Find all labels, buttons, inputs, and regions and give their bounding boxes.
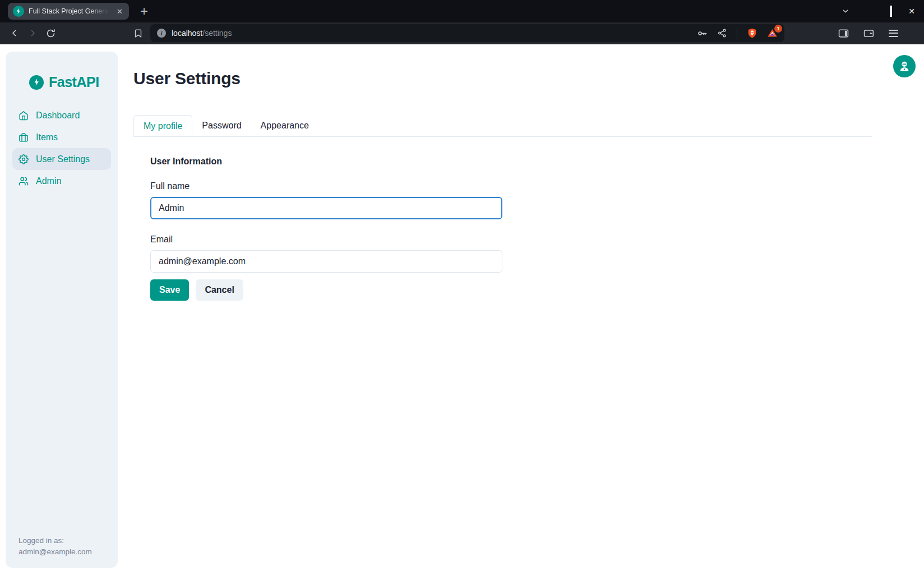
password-key-icon[interactable] [697, 28, 708, 39]
fastapi-logo: FastAPI [6, 52, 118, 90]
sidebar: FastAPI Dashboard Items User Settings [6, 52, 118, 568]
fastapi-bolt-icon [29, 75, 44, 90]
share-icon[interactable] [717, 28, 727, 38]
sidebar-item-label: Admin [36, 176, 61, 186]
tab-search-chevron-icon[interactable] [842, 7, 851, 15]
menu-icon[interactable] [889, 30, 898, 37]
brave-rewards-icon[interactable]: 1 [767, 28, 778, 38]
user-menu-button[interactable] [893, 55, 916, 77]
forward-button[interactable] [24, 28, 41, 38]
browser-tab[interactable]: Full Stack Project Genera ✕ [8, 3, 129, 20]
email-input[interactable] [150, 250, 502, 273]
email-field-group: Email [150, 234, 502, 273]
site-info-icon[interactable]: i [157, 29, 166, 38]
briefcase-icon [19, 132, 29, 142]
app-page: FastAPI Dashboard Items User Settings [0, 44, 924, 574]
url-bar[interactable]: i localhost/settings 1 [150, 24, 784, 42]
tab-title: Full Stack Project Genera [29, 7, 111, 15]
users-icon [19, 176, 29, 186]
email-label: Email [150, 234, 502, 245]
tab-appearance[interactable]: Appearance [251, 115, 318, 136]
sidebar-nav: Dashboard Items User Settings Admin [6, 104, 118, 192]
gear-icon [19, 154, 29, 164]
tab-my-profile[interactable]: My profile [133, 115, 192, 136]
full-name-label: Full name [150, 181, 502, 191]
back-button[interactable] [6, 28, 24, 38]
bookmarks-icon[interactable] [133, 29, 143, 38]
browser-tabstrip: Full Stack Project Genera ✕ + ✕ [0, 0, 924, 22]
url-host: localhost [172, 29, 202, 38]
logged-in-email: admin@example.com [19, 546, 92, 558]
cancel-button[interactable]: Cancel [196, 279, 243, 301]
sidebar-panel-icon[interactable] [838, 29, 849, 38]
wallet-icon[interactable] [863, 29, 874, 38]
logged-in-label: Logged in as: [19, 535, 92, 546]
sidebar-item-admin[interactable]: Admin [12, 170, 111, 192]
section-title: User Information [150, 156, 502, 167]
sidebar-item-user-settings[interactable]: User Settings [12, 148, 111, 170]
url-path: /settings [202, 29, 232, 38]
logo-text: FastAPI [49, 74, 99, 90]
window-controls: ✕ [842, 0, 916, 22]
page-title: User Settings [133, 69, 241, 88]
sidebar-item-dashboard[interactable]: Dashboard [12, 104, 111, 126]
settings-tabs: My profile Password Appearance [133, 115, 872, 137]
profile-panel: User Information Full name Email Save Ca… [150, 156, 502, 301]
window-close-button[interactable]: ✕ [907, 7, 916, 16]
sidebar-item-label: User Settings [36, 154, 90, 164]
reload-button[interactable] [41, 29, 59, 38]
full-name-input[interactable] [150, 197, 502, 219]
sidebar-item-label: Dashboard [36, 111, 80, 121]
toolbar-divider [737, 27, 737, 39]
logged-in-info: Logged in as: admin@example.com [19, 535, 92, 558]
brave-shield-icon[interactable] [747, 27, 757, 39]
sidebar-item-label: Items [36, 132, 58, 142]
new-tab-button[interactable]: + [140, 4, 148, 18]
tab-close-icon[interactable]: ✕ [116, 7, 124, 16]
sidebar-item-items[interactable]: Items [12, 126, 111, 148]
save-button[interactable]: Save [150, 279, 189, 301]
browser-toolbar: i localhost/settings 1 [0, 22, 924, 44]
user-astronaut-icon [898, 60, 911, 72]
home-icon [19, 111, 29, 121]
tab-password[interactable]: Password [192, 115, 251, 136]
full-name-field-group: Full name [150, 181, 502, 219]
fastapi-favicon-icon [13, 6, 24, 17]
rewards-badge: 1 [774, 25, 782, 33]
window-maximize-button[interactable] [886, 7, 895, 16]
form-buttons: Save Cancel [150, 279, 502, 301]
